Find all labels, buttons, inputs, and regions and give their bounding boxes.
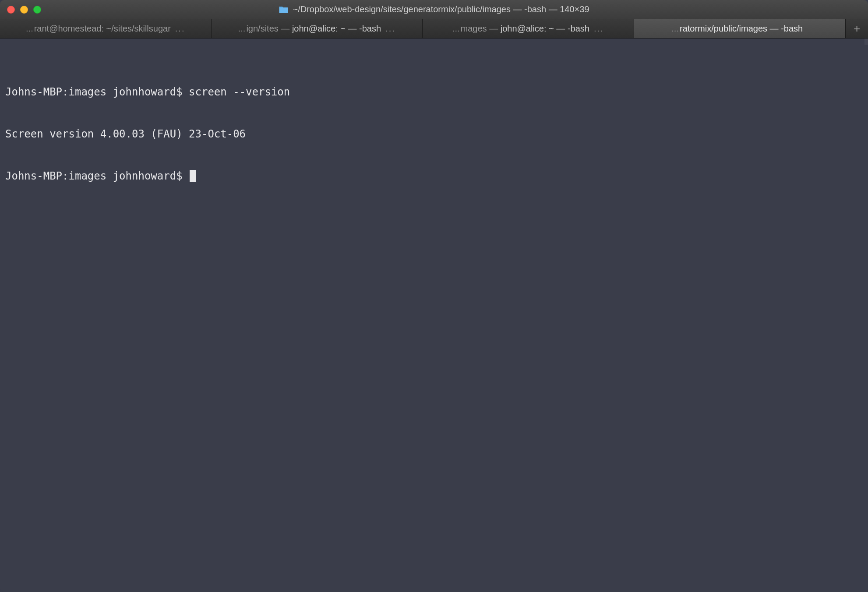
tab-0[interactable]: ...rant@homestead: ~/sites/skillsugar ..…	[0, 19, 212, 38]
prompt: Johns-MBP:images johnhoward$	[5, 86, 189, 98]
terminal-line: Screen version 4.00.03 (FAU) 23-Oct-06	[5, 127, 863, 141]
scrollbar[interactable]	[864, 39, 868, 45]
new-tab-button[interactable]: +	[845, 19, 868, 38]
tab-1[interactable]: ...ign/sites — john@alice: ~ — -bash ...	[212, 19, 423, 38]
traffic-lights	[7, 6, 41, 14]
titlebar[interactable]: ~/Dropbox/web-design/sites/generatormix/…	[0, 0, 868, 19]
command: screen --version	[189, 86, 290, 98]
terminal-window: ~/Dropbox/web-design/sites/generatormix/…	[0, 0, 868, 592]
folder-icon	[279, 6, 288, 14]
tab-label: ...mages — john@alice: ~ — -bash	[452, 24, 589, 34]
window-title-text: ~/Dropbox/web-design/sites/generatormix/…	[293, 4, 589, 14]
window-title: ~/Dropbox/web-design/sites/generatormix/…	[279, 4, 589, 14]
terminal-view[interactable]: Johns-MBP:images johnhoward$ screen --ve…	[0, 39, 868, 592]
tab-overflow-icon: ...	[594, 24, 604, 34]
tab-label: ...ign/sites — john@alice: ~ — -bash	[238, 24, 381, 34]
cursor	[190, 170, 196, 182]
minimize-button[interactable]	[20, 6, 28, 14]
tab-overflow-icon: ...	[175, 24, 185, 34]
tab-bar: ...rant@homestead: ~/sites/skillsugar ..…	[0, 19, 868, 39]
terminal-line: Johns-MBP:images johnhoward$ screen --ve…	[5, 85, 863, 99]
tab-3[interactable]: ...ratormix/public/images — -bash	[634, 19, 846, 38]
tab-label: ...rant@homestead: ~/sites/skillsugar	[26, 24, 171, 34]
tab-label: ...ratormix/public/images — -bash	[671, 24, 803, 34]
terminal-line: Johns-MBP:images johnhoward$	[5, 169, 863, 183]
close-button[interactable]	[7, 6, 15, 14]
maximize-button[interactable]	[33, 6, 41, 14]
prompt: Johns-MBP:images johnhoward$	[5, 170, 189, 182]
tab-2[interactable]: ...mages — john@alice: ~ — -bash ...	[423, 19, 634, 38]
plus-icon: +	[854, 22, 860, 35]
tab-overflow-icon: ...	[385, 24, 395, 34]
output: Screen version 4.00.03 (FAU) 23-Oct-06	[5, 128, 246, 140]
